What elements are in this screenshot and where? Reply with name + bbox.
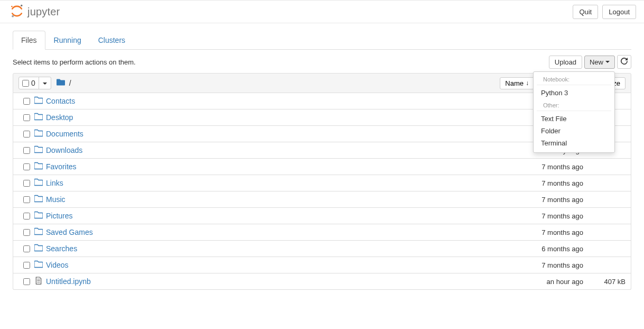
file-link[interactable]: Desktop bbox=[46, 113, 73, 122]
file-link[interactable]: Saved Games bbox=[46, 228, 93, 236]
file-modified: 7 months ago bbox=[488, 212, 583, 220]
logout-button[interactable]: Logout bbox=[602, 5, 636, 19]
row-checkbox[interactable] bbox=[23, 245, 30, 252]
row-checkbox[interactable] bbox=[23, 278, 30, 285]
select-type-dropdown[interactable] bbox=[39, 77, 51, 89]
refresh-icon bbox=[621, 58, 628, 66]
svg-point-2 bbox=[11, 5, 13, 7]
row-checkbox[interactable] bbox=[23, 98, 30, 105]
file-link[interactable]: Links bbox=[46, 179, 63, 187]
file-modified: 7 months ago bbox=[488, 179, 583, 187]
file-link[interactable]: Videos bbox=[46, 261, 69, 269]
file-link[interactable]: Untitled.ipynb bbox=[46, 277, 91, 286]
file-modified: 7 months ago bbox=[488, 261, 583, 269]
breadcrumb-folder-icon[interactable] bbox=[57, 78, 65, 88]
action-hint: Select items to perform actions on them. bbox=[13, 58, 136, 66]
col-name-label: Name bbox=[505, 79, 524, 87]
logo[interactable]: jupyter bbox=[10, 4, 60, 20]
new-menu-other-label: Other: bbox=[537, 101, 611, 111]
row-checkbox[interactable] bbox=[23, 213, 30, 220]
row-checkbox[interactable] bbox=[23, 262, 30, 269]
folder-icon bbox=[34, 145, 43, 155]
refresh-button[interactable] bbox=[617, 55, 631, 69]
breadcrumb-root: / bbox=[69, 79, 71, 87]
folder-icon bbox=[34, 195, 43, 204]
svg-point-1 bbox=[12, 15, 14, 17]
quit-button[interactable]: Quit bbox=[573, 5, 598, 19]
file-row: Pictures7 months ago bbox=[13, 208, 631, 224]
upload-button[interactable]: Upload bbox=[549, 56, 582, 69]
row-checkbox[interactable] bbox=[23, 196, 30, 203]
tab-running[interactable]: Running bbox=[45, 31, 90, 50]
folder-icon bbox=[34, 244, 43, 253]
row-checkbox[interactable] bbox=[23, 180, 30, 187]
notebook-icon bbox=[34, 277, 43, 286]
row-checkbox[interactable] bbox=[23, 131, 30, 138]
folder-icon bbox=[34, 227, 43, 237]
file-row: Searches6 months ago bbox=[13, 241, 631, 257]
new-dropdown-button[interactable]: New bbox=[584, 56, 615, 69]
row-checkbox[interactable] bbox=[23, 114, 30, 121]
folder-icon bbox=[34, 260, 43, 270]
file-size: 407 kB bbox=[583, 278, 626, 286]
file-link[interactable]: Favorites bbox=[46, 162, 77, 171]
caret-down-icon bbox=[605, 61, 610, 63]
logo-text: jupyter bbox=[27, 6, 60, 18]
new-button-label: New bbox=[590, 58, 603, 66]
new-menu-text-file[interactable]: Text File bbox=[534, 113, 614, 125]
sort-name-button[interactable]: Name ↓ bbox=[500, 77, 534, 89]
file-modified: 7 months ago bbox=[488, 229, 583, 236]
file-link[interactable]: Contacts bbox=[46, 97, 75, 105]
folder-icon bbox=[34, 178, 43, 188]
file-link[interactable]: Pictures bbox=[46, 212, 73, 220]
selected-count: 0 bbox=[31, 79, 35, 87]
file-link[interactable]: Searches bbox=[46, 244, 77, 253]
select-all-group[interactable]: 0 bbox=[18, 77, 51, 89]
caret-down-icon bbox=[43, 83, 47, 85]
svg-point-0 bbox=[21, 4, 23, 6]
file-modified: 6 months ago bbox=[488, 245, 583, 253]
new-menu-notebook-label: Notebook: bbox=[537, 75, 611, 85]
file-row: Saved Games7 months ago bbox=[13, 224, 631, 241]
folder-icon bbox=[34, 211, 43, 221]
new-menu-terminal[interactable]: Terminal bbox=[534, 137, 614, 149]
folder-icon bbox=[34, 96, 43, 106]
row-checkbox[interactable] bbox=[23, 163, 30, 170]
file-modified: an hour ago bbox=[488, 278, 583, 286]
new-menu-folder[interactable]: Folder bbox=[534, 125, 614, 137]
folder-icon bbox=[34, 113, 43, 122]
file-link[interactable]: Music bbox=[46, 195, 66, 204]
jupyter-logo-icon bbox=[10, 4, 24, 20]
tab-files[interactable]: Files bbox=[13, 31, 45, 50]
row-checkbox[interactable] bbox=[23, 229, 30, 236]
tab-clusters[interactable]: Clusters bbox=[90, 31, 134, 50]
folder-icon bbox=[34, 129, 43, 139]
file-row: Untitled.ipynban hour ago407 kB bbox=[13, 273, 631, 290]
file-link[interactable]: Documents bbox=[46, 130, 83, 138]
new-menu-python3[interactable]: Python 3 bbox=[534, 87, 614, 99]
new-dropdown-menu: Notebook: Python 3 Other: Text File Fold… bbox=[533, 71, 615, 153]
file-row: Videos7 months ago bbox=[13, 257, 631, 273]
row-checkbox[interactable] bbox=[23, 147, 30, 154]
file-link[interactable]: Downloads bbox=[46, 146, 82, 154]
file-row: Favorites7 months ago bbox=[13, 159, 631, 175]
file-row: Music7 months ago bbox=[13, 191, 631, 208]
file-modified: 7 months ago bbox=[488, 196, 583, 204]
select-all-checkbox[interactable] bbox=[22, 80, 29, 87]
file-row: Links7 months ago bbox=[13, 175, 631, 191]
folder-icon bbox=[34, 162, 43, 171]
arrow-down-icon: ↓ bbox=[526, 79, 529, 87]
file-modified: 7 months ago bbox=[488, 163, 583, 171]
